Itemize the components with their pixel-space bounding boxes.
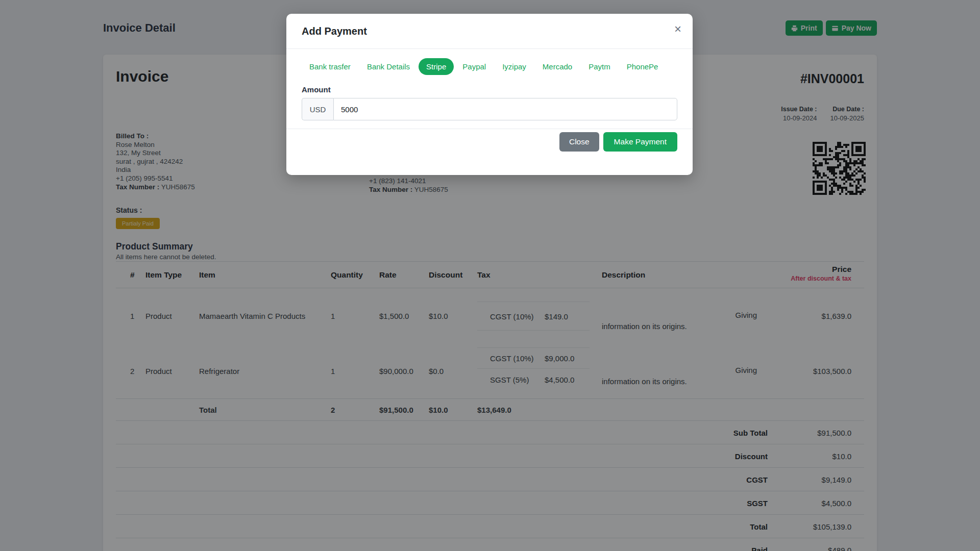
tab-paypal[interactable]: Paypal: [455, 58, 494, 75]
modal-footer: Close Make Payment: [286, 129, 693, 177]
amount-input-group: USD: [302, 98, 677, 120]
tab-iyzipay[interactable]: Iyzipay: [495, 58, 534, 75]
tab-stripe[interactable]: Stripe: [419, 58, 454, 75]
payment-method-tabs: Bank trasfer Bank Details Stripe Paypal …: [302, 58, 677, 75]
make-payment-button[interactable]: Make Payment: [603, 132, 677, 152]
tab-mercado[interactable]: Mercado: [535, 58, 580, 75]
close-button[interactable]: Close: [559, 132, 599, 152]
tab-bank-details[interactable]: Bank Details: [359, 58, 418, 75]
tab-paytm[interactable]: Paytm: [581, 58, 618, 75]
amount-input[interactable]: [333, 98, 677, 120]
tab-bank-transfer[interactable]: Bank trasfer: [302, 58, 358, 75]
modal-header: Add Payment ×: [286, 14, 693, 49]
close-icon[interactable]: ×: [674, 23, 681, 35]
modal-body: Bank trasfer Bank Details Stripe Paypal …: [286, 49, 693, 120]
currency-prefix: USD: [302, 98, 333, 120]
modal-title: Add Payment: [302, 26, 367, 37]
add-payment-modal: Add Payment × Bank trasfer Bank Details …: [286, 14, 693, 175]
tab-phonepe[interactable]: PhonePe: [619, 58, 666, 75]
amount-label: Amount: [302, 85, 677, 94]
